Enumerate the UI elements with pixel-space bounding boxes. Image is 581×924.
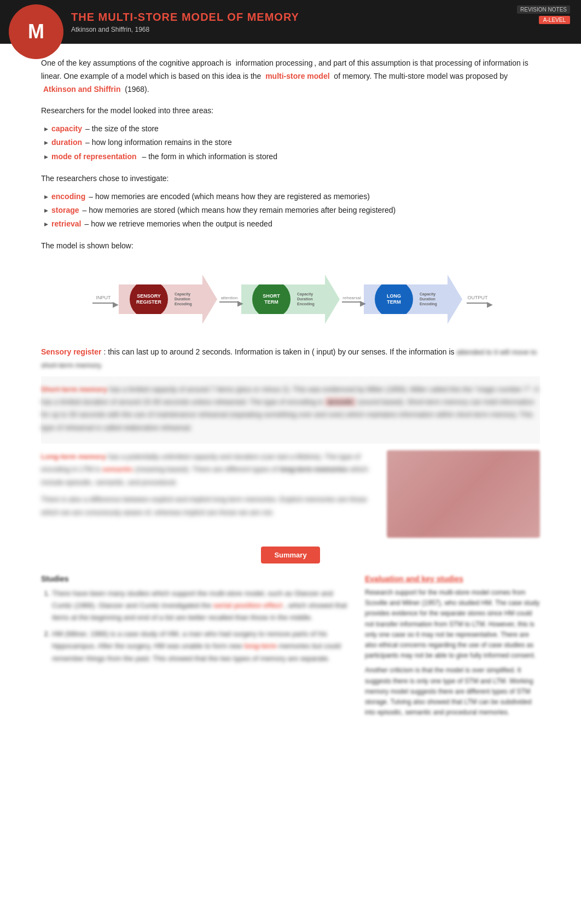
text-retrieval: – how we retrieve memories when the outp… bbox=[84, 217, 272, 231]
connector-2: rehearsal ▶ bbox=[342, 295, 362, 303]
text-mode: – the form in which information is store… bbox=[140, 150, 277, 164]
ltm-image bbox=[387, 450, 540, 538]
evaluation-heading: Evaluation and key studies bbox=[365, 574, 540, 583]
connector-line-1: ▶ bbox=[219, 301, 239, 303]
output-label: OUTPUT bbox=[468, 295, 488, 300]
text-duration: – how long information remains in the st… bbox=[85, 136, 232, 149]
sensory-meta-label: CapacityDurationEncoding bbox=[175, 292, 213, 306]
bullet-mode: mode of representation – the form in whi… bbox=[41, 150, 540, 164]
key-mode: mode of representation bbox=[51, 150, 137, 164]
bullet-retrieval: retrieval – how we retrieve memories whe… bbox=[41, 217, 540, 231]
header: M THE MULTI-STORE MODEL OF MEMORY Atkins… bbox=[0, 0, 581, 44]
ltm-label-1: LONG bbox=[387, 293, 401, 299]
output-group: OUTPUT ▶ bbox=[467, 295, 489, 304]
sensory-register-text: Sensory register : this can last up to a… bbox=[41, 346, 540, 372]
stm-section-text: Short-term memory has a limited capacity… bbox=[41, 383, 540, 434]
sensory-register-body: : this can last up to around 2 seconds. … bbox=[103, 347, 454, 356]
multistore-highlight: multi-store model bbox=[265, 72, 329, 80]
ltm-section: Long-term memory has a potentially unlim… bbox=[41, 450, 540, 538]
key-duration: duration bbox=[51, 136, 82, 149]
bottom-section: Studies There have been many studies whi… bbox=[41, 574, 540, 718]
ltm-circle: LONG TERM bbox=[375, 280, 413, 318]
researchers-intro: Researchers for the model looked into th… bbox=[41, 104, 540, 118]
connector-1: attention ▶ bbox=[219, 295, 239, 303]
header-title: THE MULTI-STORE MODEL OF MEMORY bbox=[71, 11, 299, 24]
key-capacity: capacity bbox=[51, 122, 82, 136]
model-diagram: INPUT ▶ SENSORY REGISTER CapacityDuratio… bbox=[41, 269, 540, 329]
input-group: INPUT ▶ bbox=[92, 295, 114, 304]
investigate-intro: The researchers chose to investigate: bbox=[41, 172, 540, 185]
header-logo: M bbox=[9, 4, 63, 59]
study-1: There have been many studies which suppo… bbox=[52, 588, 352, 624]
input-label: INPUT bbox=[96, 295, 111, 300]
sensory-label-1: SENSORY bbox=[137, 293, 161, 299]
stm-label-2: TERM bbox=[264, 299, 278, 305]
output-line: ▶ bbox=[467, 303, 489, 304]
ltm-store: LONG TERM CapacityDurationEncoding bbox=[364, 275, 462, 324]
bullet-capacity: capacity – the size of the store bbox=[41, 122, 540, 136]
ltm-label-2: TERM bbox=[387, 299, 401, 305]
stm-arrow: SHORT TERM CapacityDurationEncoding bbox=[241, 275, 340, 324]
sensory-register-label: Sensory register bbox=[41, 347, 102, 356]
connector-line-2: ▶ bbox=[342, 301, 362, 303]
header-title-block: THE MULTI-STORE MODEL OF MEMORY Atkinson… bbox=[71, 11, 299, 33]
key-storage: storage bbox=[51, 204, 79, 217]
bottom-right-col: Evaluation and key studies Research supp… bbox=[365, 574, 540, 718]
model-intro: The model is shown below: bbox=[41, 240, 540, 253]
bullet-storage: storage – how memories are stored (which… bbox=[41, 204, 540, 217]
authors-highlight: Atkinson and Shiffrin bbox=[43, 85, 121, 94]
text-capacity: – the size of the store bbox=[85, 122, 159, 136]
ltm-arrow: LONG TERM CapacityDurationEncoding bbox=[364, 275, 462, 324]
bullets-areas: capacity – the size of the store duratio… bbox=[41, 122, 540, 164]
output-arrow-icon: ▶ bbox=[487, 300, 493, 309]
rehearsal-label: rehearsal bbox=[342, 295, 361, 300]
attention-label: attention bbox=[221, 295, 238, 300]
input-arrow-icon: ▶ bbox=[113, 300, 119, 309]
sensory-label-2: REGISTER bbox=[136, 299, 161, 305]
ltm-image-placeholder bbox=[387, 450, 540, 538]
ltm-left-col: Long-term memory has a potentially unlim… bbox=[41, 450, 376, 538]
input-line: ▶ bbox=[92, 303, 114, 304]
studies-heading: Studies bbox=[41, 574, 352, 583]
bottom-left-col: Studies There have been many studies whi… bbox=[41, 574, 352, 718]
ltm-meta-label: CapacityDurationEncoding bbox=[420, 292, 458, 306]
stm-circle: SHORT TERM bbox=[252, 280, 290, 318]
badge-alevel: A-LEVEL bbox=[539, 16, 570, 24]
key-encoding: encoding bbox=[51, 190, 85, 204]
summary-button-row[interactable]: Summary bbox=[41, 547, 540, 563]
summary-button[interactable]: Summary bbox=[261, 547, 319, 563]
stm-store: SHORT TERM CapacityDurationEncoding bbox=[241, 275, 340, 324]
badge-revision: REVISION NOTES bbox=[517, 5, 570, 14]
main-content: One of the key assumptions of the cognit… bbox=[0, 44, 581, 740]
ltm-section-text: Long-term memory has a potentially unlim… bbox=[41, 450, 376, 519]
stm-meta-label: CapacityDurationEncoding bbox=[297, 292, 335, 306]
stm-section: Short-term memory has a limited capacity… bbox=[41, 376, 540, 444]
header-subtitle: Atkinson and Shiffrin, 1968 bbox=[71, 26, 299, 33]
key-retrieval: retrieval bbox=[51, 217, 81, 231]
top-right-badge: REVISION NOTES A-LEVEL bbox=[517, 5, 570, 24]
sensory-arrow: SENSORY REGISTER CapacityDurationEncodin… bbox=[119, 275, 217, 324]
bullets-investigate: encoding – how memories are encoded (whi… bbox=[41, 190, 540, 231]
study-2: HM (Milner, 1966) is a case study of HM,… bbox=[52, 628, 352, 664]
intro-paragraph: One of the key assumptions of the cognit… bbox=[41, 57, 540, 96]
bullet-duration: duration – how long information remains … bbox=[41, 136, 540, 149]
evaluation-text: Research support for the multi-store mod… bbox=[365, 588, 540, 718]
text-encoding: – how memories are encoded (which means … bbox=[89, 190, 370, 204]
bullet-encoding: encoding – how memories are encoded (whi… bbox=[41, 190, 540, 204]
studies-list: There have been many studies which suppo… bbox=[41, 588, 352, 665]
sensory-circle: SENSORY REGISTER bbox=[130, 280, 168, 318]
stm-label-1: SHORT bbox=[263, 293, 280, 299]
text-storage: – how memories are stored (which means h… bbox=[83, 204, 396, 217]
sensory-store: SENSORY REGISTER CapacityDurationEncodin… bbox=[119, 275, 217, 324]
